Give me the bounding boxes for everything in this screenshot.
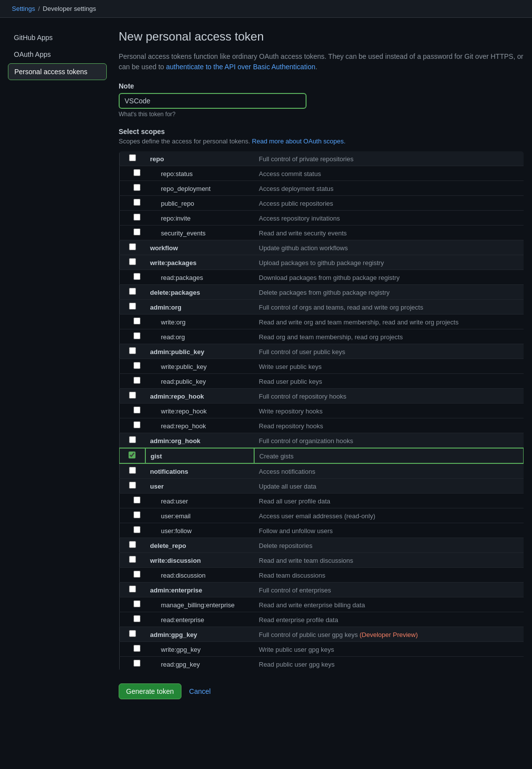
scope-checkbox-public-repo[interactable]	[133, 199, 140, 206]
scope-row-admin-gpg-key: admin:gpg_key Full control of public use…	[119, 627, 524, 642]
scope-checkbox-write-org[interactable]	[133, 317, 140, 324]
scope-checkbox-admin-org[interactable]	[129, 303, 136, 310]
scope-desc-cell-write-packages: Upload packages to github package regist…	[254, 255, 524, 270]
scope-checkbox-cell-notifications[interactable]	[119, 463, 145, 479]
scope-name-cell-delete-packages: delete:packages	[145, 285, 254, 300]
scope-checkbox-repo[interactable]	[129, 154, 136, 161]
api-auth-link[interactable]: authenticate to the API over Basic Authe…	[166, 63, 315, 71]
scope-checkbox-cell-delete-packages[interactable]	[119, 285, 145, 300]
scope-checkbox-user[interactable]	[129, 482, 136, 489]
scope-checkbox-cell-user-email[interactable]	[119, 508, 145, 523]
scope-name-cell-public-repo: public_repo	[145, 196, 254, 211]
scope-desc-cell-user-email: Access user email addresses (read-only)	[254, 508, 524, 523]
scope-checkbox-cell-read-packages[interactable]	[119, 270, 145, 285]
scope-name-admin-gpg-key: admin:gpg_key	[150, 631, 197, 638]
scope-checkbox-cell-repo-deployment[interactable]	[119, 181, 145, 196]
scope-checkbox-write-gpg-key[interactable]	[133, 645, 140, 652]
scope-checkbox-notifications[interactable]	[129, 467, 136, 474]
scope-checkbox-delete-packages[interactable]	[129, 288, 136, 295]
scope-checkbox-cell-read-org[interactable]	[119, 329, 145, 344]
scope-checkbox-security-events[interactable]	[133, 228, 140, 235]
scope-desc-read-public-key: Read user public keys	[259, 378, 322, 385]
scope-checkbox-admin-enterprise[interactable]	[129, 586, 136, 592]
scope-row-write-packages: write:packages Upload packages to github…	[119, 255, 524, 270]
sidebar-item-github-apps[interactable]: GitHub Apps	[8, 30, 107, 45]
scope-checkbox-read-gpg-key[interactable]	[133, 660, 140, 667]
scope-name-read-public-key: read:public_key	[159, 378, 206, 385]
generate-token-button[interactable]: Generate token	[119, 683, 181, 699]
scope-checkbox-cell-admin-org[interactable]	[119, 300, 145, 315]
scope-checkbox-cell-read-public-key[interactable]	[119, 374, 145, 389]
note-input[interactable]	[119, 93, 307, 109]
scope-checkbox-cell-read-repo-hook[interactable]	[119, 418, 145, 433]
scope-checkbox-cell-write-public-key[interactable]	[119, 359, 145, 374]
scope-row-repo-deployment: repo_deployment Access deployment status	[119, 181, 524, 196]
scope-checkbox-write-packages[interactable]	[129, 258, 136, 265]
scope-name-cell-read-gpg-key: read:gpg_key	[145, 657, 254, 672]
scope-checkbox-cell-public-repo[interactable]	[119, 196, 145, 211]
oauth-scopes-link[interactable]: Read more about OAuth scopes.	[252, 137, 346, 145]
scope-checkbox-cell-read-gpg-key[interactable]	[119, 657, 145, 672]
scope-checkbox-cell-user[interactable]	[119, 479, 145, 494]
scope-checkbox-user-follow[interactable]	[133, 526, 140, 533]
scope-checkbox-cell-repo-invite[interactable]	[119, 211, 145, 226]
scope-name-cell-gist: gist	[145, 448, 254, 463]
scope-name-cell-read-discussion: read:discussion	[145, 568, 254, 583]
scope-checkbox-cell-admin-enterprise[interactable]	[119, 583, 145, 597]
scope-name-cell-write-discussion: write:discussion	[145, 553, 254, 568]
scope-checkbox-read-org[interactable]	[133, 332, 140, 339]
scope-checkbox-write-repo-hook[interactable]	[133, 407, 140, 413]
scope-checkbox-read-public-key[interactable]	[133, 377, 140, 384]
scope-checkbox-cell-admin-gpg-key[interactable]	[119, 627, 145, 642]
scope-name-cell-admin-gpg-key: admin:gpg_key	[145, 627, 254, 642]
scope-checkbox-cell-write-packages[interactable]	[119, 255, 145, 270]
scope-checkbox-write-public-key[interactable]	[133, 362, 140, 369]
scope-checkbox-cell-security-events[interactable]	[119, 226, 145, 240]
scope-checkbox-admin-repo-hook[interactable]	[129, 392, 136, 399]
scope-checkbox-read-repo-hook[interactable]	[133, 421, 140, 428]
scope-checkbox-write-discussion[interactable]	[129, 556, 136, 563]
scope-checkbox-read-user[interactable]	[133, 497, 140, 503]
scope-checkbox-admin-public-key[interactable]	[129, 347, 136, 354]
scope-checkbox-manage-billing-enterprise[interactable]	[133, 600, 140, 607]
scope-desc-cell-security-events: Read and write security events	[254, 226, 524, 240]
sidebar-item-oauth-apps[interactable]: OAuth Apps	[8, 46, 107, 62]
sidebar-item-personal-access-tokens[interactable]: Personal access tokens	[8, 63, 107, 80]
scope-checkbox-cell-user-follow[interactable]	[119, 523, 145, 538]
cancel-button[interactable]: Cancel	[187, 684, 213, 699]
scope-checkbox-cell-delete-repo[interactable]	[119, 538, 145, 553]
scope-checkbox-repo-invite[interactable]	[133, 214, 140, 221]
scope-checkbox-admin-gpg-key[interactable]	[129, 630, 136, 637]
scope-checkbox-read-packages[interactable]	[133, 273, 140, 280]
scope-desc-delete-repo: Delete repositories	[259, 542, 312, 549]
scope-checkbox-cell-admin-repo-hook[interactable]	[119, 389, 145, 404]
scope-name-cell-security-events: security_events	[145, 226, 254, 240]
scope-checkbox-read-discussion[interactable]	[133, 571, 140, 578]
scope-checkbox-cell-repo[interactable]	[119, 151, 145, 166]
settings-link[interactable]: Settings	[12, 5, 35, 12]
scope-name-workflow: workflow	[150, 244, 178, 252]
topbar: Settings / Developer settings	[0, 0, 532, 18]
scope-checkbox-cell-write-discussion[interactable]	[119, 553, 145, 568]
scope-checkbox-cell-write-repo-hook[interactable]	[119, 404, 145, 418]
scope-checkbox-repo-deployment[interactable]	[133, 184, 140, 191]
scope-checkbox-admin-org-hook[interactable]	[129, 436, 136, 443]
scope-checkbox-cell-manage-billing-enterprise[interactable]	[119, 597, 145, 612]
scope-checkbox-delete-repo[interactable]	[129, 541, 136, 548]
scope-checkbox-cell-read-user[interactable]	[119, 494, 145, 508]
scope-checkbox-gist[interactable]	[129, 452, 135, 458]
scope-checkbox-workflow[interactable]	[129, 243, 136, 250]
scope-checkbox-cell-read-discussion[interactable]	[119, 568, 145, 583]
scope-checkbox-cell-workflow[interactable]	[119, 240, 145, 255]
scope-checkbox-cell-admin-org-hook[interactable]	[119, 433, 145, 449]
scope-checkbox-cell-gist[interactable]	[119, 448, 145, 463]
scope-row-read-enterprise: read:enterprise Read enterprise profile …	[119, 612, 524, 627]
scope-checkbox-cell-read-enterprise[interactable]	[119, 612, 145, 627]
scope-checkbox-repo-status[interactable]	[133, 169, 140, 176]
scope-checkbox-user-email[interactable]	[133, 511, 140, 518]
scope-checkbox-cell-repo-status[interactable]	[119, 166, 145, 181]
scope-checkbox-cell-write-org[interactable]	[119, 315, 145, 329]
scope-checkbox-cell-write-gpg-key[interactable]	[119, 642, 145, 657]
scope-checkbox-cell-admin-public-key[interactable]	[119, 344, 145, 359]
scope-checkbox-read-enterprise[interactable]	[133, 615, 140, 622]
